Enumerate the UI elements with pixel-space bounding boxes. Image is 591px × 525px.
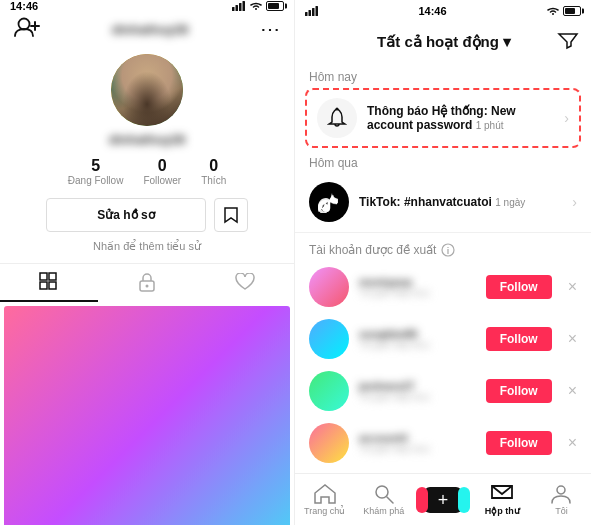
more-options-icon[interactable]: ⋯ xyxy=(260,19,280,39)
video-section: Nhấn để tạo video mới xyxy=(0,302,294,525)
follow-button-1[interactable]: Follow xyxy=(486,275,552,299)
tiktok-icon-wrap: ♪ xyxy=(309,182,349,222)
info-icon: i xyxy=(441,243,455,257)
suggest-avatar-2 xyxy=(309,319,349,359)
close-suggest-3[interactable]: × xyxy=(568,382,577,400)
grid-icon xyxy=(39,272,59,292)
suggested-label: Tài khoản được đề xuất xyxy=(309,243,436,257)
nav-add-right[interactable]: + xyxy=(413,474,472,525)
nav-explore-right[interactable]: Khám phá xyxy=(354,474,413,525)
person-icon-right xyxy=(551,484,571,504)
profile-section: dinhathuy28 5 Đang Follow 0 Follower 0 T… xyxy=(0,46,294,263)
suggested-account-3: jardrans27 Tài giản tiếp theo Follow × xyxy=(295,365,591,417)
svg-rect-18 xyxy=(312,8,315,16)
close-suggest-1[interactable]: × xyxy=(568,278,577,296)
nav-profile-right[interactable]: Tôi xyxy=(532,474,591,525)
right-panel: 14:46 Tất cả hoạt động ▾ Hôm xyxy=(295,0,591,525)
suggest-info-3: jardrans27 Tài giản tiếp theo xyxy=(359,380,476,402)
system-notif-text: Thông báo Hệ thống: New account password… xyxy=(367,104,554,132)
search-icon-right xyxy=(374,484,394,504)
suggest-name-1: montypop xyxy=(359,276,476,288)
following-stat: 5 Đang Follow xyxy=(68,157,124,186)
left-panel: 14:46 xyxy=(0,0,295,525)
svg-point-26 xyxy=(557,486,565,494)
bookmark-icon xyxy=(223,206,239,224)
likes-count: 0 xyxy=(209,157,218,175)
suggest-desc-3: Tài giản tiếp theo xyxy=(359,392,476,402)
suggest-avatar-3 xyxy=(309,371,349,411)
system-notification[interactable]: Thông báo Hệ thống: New account password… xyxy=(305,88,581,148)
follow-button-2[interactable]: Follow xyxy=(486,327,552,351)
lock-icon xyxy=(138,272,156,292)
suggest-name-2: sungkbo88 xyxy=(359,328,476,340)
nav-inbox-right[interactable]: Hộp thư xyxy=(473,474,532,525)
suggest-name-4: account4 xyxy=(359,432,476,444)
svg-rect-10 xyxy=(49,282,56,289)
tiktok-notif-text: TikTok: #nhanvatcuatoi 1 ngày xyxy=(359,195,562,209)
battery-icon-right xyxy=(563,6,581,16)
filter-svg xyxy=(557,30,579,50)
close-suggest-4[interactable]: × xyxy=(568,434,577,452)
nav-profile-label-right: Tôi xyxy=(555,506,568,516)
right-top-nav: Tất cả hoạt động ▾ xyxy=(295,22,591,62)
add-friend-icon[interactable] xyxy=(14,16,40,42)
nav-inbox-label-right: Hộp thư xyxy=(485,506,520,516)
svg-rect-19 xyxy=(316,6,319,16)
svg-text:i: i xyxy=(447,246,450,256)
status-icons-left xyxy=(232,1,284,11)
top-nav-left: dinhathuy28 ⋯ xyxy=(0,12,294,46)
suggested-account-4: account4 Tài giản tiếp theo Follow × xyxy=(295,417,591,469)
svg-point-12 xyxy=(146,285,149,288)
action-buttons: Sửa hồ sơ xyxy=(16,198,278,232)
bell-icon-wrap xyxy=(317,98,357,138)
nav-home-label-right: Trang chủ xyxy=(304,506,345,516)
suggested-account-1: montypop Tài giản tiếp theo Follow × xyxy=(295,261,591,313)
tab-liked[interactable] xyxy=(196,264,294,302)
svg-rect-16 xyxy=(305,12,308,16)
svg-line-25 xyxy=(387,497,393,503)
following-label: Đang Follow xyxy=(68,175,124,186)
svg-point-20 xyxy=(336,108,339,111)
svg-point-4 xyxy=(19,19,30,30)
close-suggest-2[interactable]: × xyxy=(568,330,577,348)
video-thumbnail[interactable]: Nhấn để tạo video mới xyxy=(4,306,290,525)
bookmark-button[interactable] xyxy=(214,198,248,232)
suggest-name-3: jardrans27 xyxy=(359,380,476,392)
follower-label: Follower xyxy=(143,175,181,186)
filter-icon[interactable] xyxy=(557,30,579,54)
heart-icon xyxy=(235,273,255,291)
wifi-icon xyxy=(249,1,263,11)
chevron-right-icon: › xyxy=(564,110,569,126)
status-icons-right xyxy=(546,6,581,16)
bell-icon xyxy=(327,107,347,129)
following-count: 5 xyxy=(91,157,100,175)
add-button-right[interactable]: + xyxy=(424,487,462,513)
tiktok-logo-icon: ♪ xyxy=(318,191,340,213)
svg-rect-17 xyxy=(309,10,312,16)
nav-explore-label-right: Khám phá xyxy=(363,506,404,516)
svg-text:♪: ♪ xyxy=(323,196,329,208)
bottom-nav-right: Trang chủ Khám phá + Hộp thư xyxy=(295,473,591,525)
username: dinhathuy28 xyxy=(109,132,186,147)
tiktok-notification[interactable]: ♪ TikTok: #nhanvatcuatoi 1 ngày › xyxy=(295,174,591,230)
suggested-account-2: sungkbo88 Tài giản tiếp theo Follow × xyxy=(295,313,591,365)
edit-profile-button[interactable]: Sửa hồ sơ xyxy=(46,198,206,232)
suggest-info-2: sungkbo88 Tài giản tiếp theo xyxy=(359,328,476,350)
svg-rect-1 xyxy=(236,5,239,11)
follower-count: 0 xyxy=(158,157,167,175)
wifi-icon-right xyxy=(546,6,560,16)
follow-button-3[interactable]: Follow xyxy=(486,379,552,403)
home-icon-right xyxy=(314,484,336,504)
tab-private[interactable] xyxy=(98,264,196,302)
svg-rect-9 xyxy=(40,282,47,289)
bio-placeholder[interactable]: Nhấn để thêm tiểu sử xyxy=(93,240,201,253)
inbox-icon-right xyxy=(491,484,513,504)
status-bar-right: 14:46 xyxy=(295,0,591,22)
suggest-info-4: account4 Tài giản tiếp theo xyxy=(359,432,476,454)
svg-rect-3 xyxy=(243,1,246,11)
svg-rect-2 xyxy=(239,3,242,11)
profile-name-blurred: dinhathuy28 xyxy=(112,22,189,37)
tab-grid[interactable] xyxy=(0,264,98,302)
nav-home-right[interactable]: Trang chủ xyxy=(295,474,354,525)
follow-button-4[interactable]: Follow xyxy=(486,431,552,455)
